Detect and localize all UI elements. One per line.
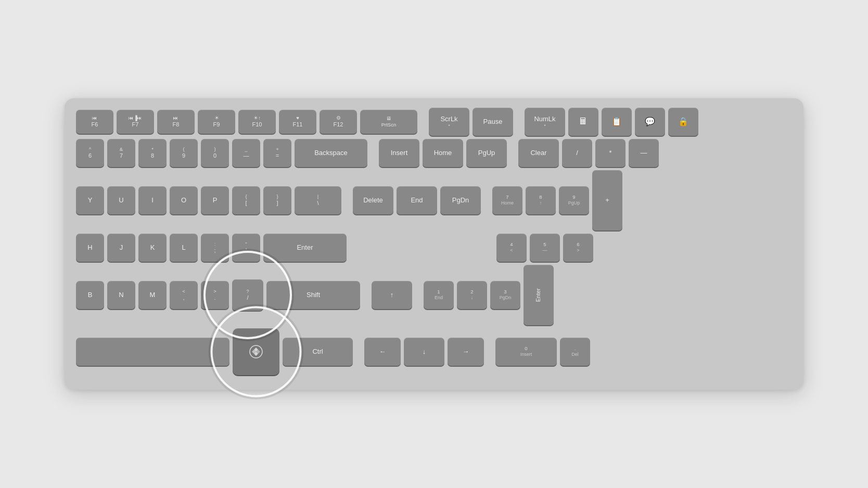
key-f8[interactable]: ⏭ F8 <box>157 110 195 134</box>
key-rightarrow[interactable]: → <box>448 338 484 366</box>
key-i[interactable]: I <box>138 186 167 214</box>
key-num9[interactable]: 9 PgUp <box>559 186 589 214</box>
keyboard: ⏮ F6 ⏮▐⏭ F7 ⏭ F8 ☀ F9 ☀↑ F10 ♥ F11 ⚙ F12… <box>65 98 803 390</box>
key-scrlk[interactable]: ScrLk • <box>429 108 469 136</box>
key-shift-r[interactable]: Shift <box>266 281 360 309</box>
key-period[interactable]: > . <box>201 281 229 309</box>
key-insert[interactable]: Insert <box>379 139 419 167</box>
key-home[interactable]: Home <box>423 139 463 167</box>
hjkl-row: H J K L : ; " ' Enter 4 < 5 — 6 > <box>76 234 792 262</box>
bnm-row: B N M < , > . ? / Shift ↑ 1 End <box>76 265 792 325</box>
key-0[interactable]: ) 0 <box>201 139 229 167</box>
key-pgdn[interactable]: PgDn <box>440 186 481 214</box>
key-numstar[interactable]: * <box>595 139 626 167</box>
key-8[interactable]: * 8 <box>138 139 167 167</box>
key-n[interactable]: N <box>107 281 135 309</box>
key-6[interactable]: ^ 6 <box>76 139 104 167</box>
key-b[interactable]: B <box>76 281 104 309</box>
key-delete[interactable]: Delete <box>353 186 393 214</box>
key-num5[interactable]: 5 — <box>530 234 560 262</box>
key-l[interactable]: L <box>170 234 198 262</box>
key-num6[interactable]: 6 > <box>563 234 593 262</box>
key-num4[interactable]: 4 < <box>496 234 527 262</box>
key-win[interactable] <box>233 328 279 375</box>
key-numminus[interactable]: — <box>629 139 659 167</box>
key-downarrow[interactable]: ↓ <box>404 338 444 366</box>
key-numplus[interactable]: + <box>592 170 622 230</box>
key-f6[interactable]: ⏮ F6 <box>76 110 113 134</box>
key-f12[interactable]: ⚙ F12 <box>320 110 357 134</box>
key-f9[interactable]: ☀ F9 <box>198 110 235 134</box>
key-num7[interactable]: 7 Home <box>492 186 522 214</box>
key-f7[interactable]: ⏮▐⏭ F7 <box>117 110 154 134</box>
office-icon <box>249 344 263 359</box>
key-rbracket[interactable]: } ] <box>263 186 291 214</box>
key-clear[interactable]: Clear <box>518 139 559 167</box>
key-p[interactable]: P <box>201 186 229 214</box>
key-f10[interactable]: ☀↑ F10 <box>238 110 276 134</box>
key-snip[interactable]: 📋 <box>602 108 632 136</box>
key-lbracket[interactable]: { [ <box>232 186 260 214</box>
key-pause[interactable]: Pause <box>473 108 513 136</box>
key-enter[interactable]: Enter <box>263 234 347 262</box>
lock-icon: 🔒 <box>678 117 688 126</box>
key-7[interactable]: & 7 <box>107 139 135 167</box>
key-h[interactable]: H <box>76 234 104 262</box>
key-m[interactable]: M <box>138 281 167 309</box>
key-numlk[interactable]: NumLk • <box>525 108 565 136</box>
key-slash-container: ? / <box>232 279 263 311</box>
number-row: ^ 6 & 7 * 8 ( 9 ) 0 _ — + = Backspace <box>76 139 792 167</box>
key-uparrow[interactable]: ↑ <box>372 281 412 309</box>
key-win-container <box>233 328 279 375</box>
key-slash[interactable]: ? / <box>232 279 263 311</box>
key-minus[interactable]: _ — <box>232 139 260 167</box>
fn-row: ⏮ F6 ⏮▐⏭ F7 ⏭ F8 ☀ F9 ☀↑ F10 ♥ F11 ⚙ F12… <box>76 108 792 136</box>
key-k[interactable]: K <box>138 234 167 262</box>
key-j[interactable]: J <box>107 234 135 262</box>
key-backspace[interactable]: Backspace <box>295 139 367 167</box>
key-leftarrow[interactable]: ← <box>364 338 401 366</box>
key-backslash[interactable]: | \ <box>295 186 341 214</box>
bottom-row: Ctrl ← ↓ → 0 Insert . Del <box>76 328 792 375</box>
key-num2[interactable]: 2 ↓ <box>457 281 487 309</box>
key-num0[interactable]: 0 Insert <box>495 338 557 366</box>
key-equals[interactable]: + = <box>263 139 291 167</box>
key-f11[interactable]: ♥ F11 <box>279 110 316 134</box>
key-pgup[interactable]: PgUp <box>466 139 507 167</box>
emoji-icon: 💬 <box>645 117 655 126</box>
key-comma[interactable]: < , <box>170 281 198 309</box>
key-capslock-area[interactable] <box>76 338 229 366</box>
key-num1[interactable]: 1 End <box>424 281 454 309</box>
key-calc[interactable]: 🖩 <box>568 108 598 136</box>
key-prtscn[interactable]: 🖥 PrtScn <box>360 110 417 134</box>
calculator-icon: 🖩 <box>579 116 588 127</box>
key-numdot[interactable]: . Del <box>560 338 590 366</box>
key-end[interactable]: End <box>397 186 437 214</box>
key-numslash[interactable]: / <box>562 139 592 167</box>
snip-icon: 📋 <box>611 117 622 126</box>
key-o[interactable]: O <box>170 186 198 214</box>
key-emoji[interactable]: 💬 <box>635 108 665 136</box>
key-num3[interactable]: 3 PgDn <box>490 281 520 309</box>
key-ctrl-r[interactable]: Ctrl <box>283 338 353 366</box>
key-num8[interactable]: 8 ↑ <box>526 186 556 214</box>
key-quote[interactable]: " ' <box>232 234 260 262</box>
yuiop-row: Y U I O P { [ } ] | \ Delete End PgDn 7 … <box>76 170 792 230</box>
key-lock[interactable]: 🔒 <box>668 108 698 136</box>
key-y[interactable]: Y <box>76 186 104 214</box>
key-9[interactable]: ( 9 <box>170 139 198 167</box>
key-semicolon[interactable]: : ; <box>201 234 229 262</box>
key-u[interactable]: U <box>107 186 135 214</box>
key-numenter[interactable]: Enter <box>524 265 554 325</box>
